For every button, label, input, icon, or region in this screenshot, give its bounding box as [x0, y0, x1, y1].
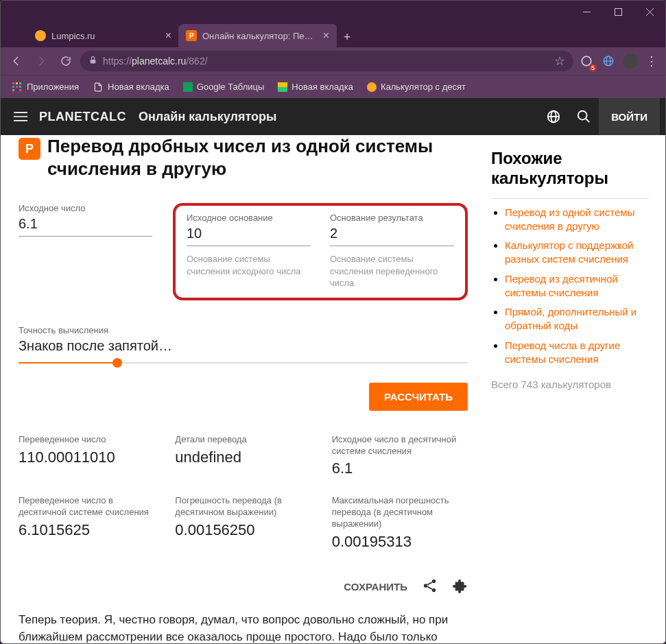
field-label: Основание результата [330, 213, 454, 223]
page-title: Перевод дробных чисел из одной системы с… [47, 135, 468, 180]
svg-point-5 [582, 56, 591, 66]
divider [491, 198, 649, 199]
main-content: P Перевод дробных чисел из одной системы… [1, 135, 486, 644]
svg-line-30 [427, 586, 431, 589]
login-button[interactable]: ВОЙТИ [599, 98, 660, 135]
related-link[interactable]: Перевод числа в другие системы счисления [505, 339, 620, 365]
source-number-field[interactable]: Исходное число 6.1 [19, 203, 152, 237]
result-error: Погрешность перевода (в десятичном выраж… [175, 495, 311, 551]
image-icon [278, 82, 287, 92]
bookmark-label: Google Таблицы [197, 82, 265, 92]
calculate-button[interactable]: РАССЧИТАТЬ [369, 383, 468, 411]
field-value[interactable]: Знаков после запятой… [19, 338, 468, 358]
svg-rect-16 [16, 89, 18, 91]
bookmark-item[interactable]: Калькулятор с десят [363, 80, 470, 94]
bookmark-label: Приложения [27, 82, 79, 92]
result-max-error: Максимальная погрешность перевода (в дес… [332, 495, 468, 551]
new-tab-button[interactable]: + [337, 27, 357, 47]
tab-title: Lumpics.ru [51, 31, 160, 41]
bookmark-item[interactable]: Новая вкладка [88, 80, 174, 95]
related-link[interactable]: Перевод из десятичной системы счисления [505, 273, 618, 298]
globe-extension-icon[interactable] [599, 52, 617, 70]
browser-tab[interactable]: Lumpics.ru × [28, 24, 179, 47]
result-source-decimal: Исходное число в десятичной системе счис… [332, 434, 468, 478]
result-label: Детали перевода [175, 434, 311, 446]
svg-rect-17 [19, 89, 21, 91]
menu-button[interactable] [6, 111, 35, 122]
extension-badge: 5 [589, 64, 597, 71]
precision-field[interactable]: Точность вычисления Знаков после запятой… [19, 325, 468, 363]
site-appbar: PLANETCALC Онлайн калькуляторы ВОЙТИ [1, 98, 665, 135]
tab-close-icon[interactable]: × [165, 29, 171, 42]
browser-tab[interactable]: P Онлайн калькулятор: Перевод д × [179, 24, 337, 47]
field-value[interactable]: 2 [330, 226, 454, 246]
target-base-field[interactable]: Основание результата 2 Основание системы… [330, 213, 454, 289]
calculator-icon: P [19, 138, 40, 160]
star-icon[interactable]: ☆ [554, 53, 565, 69]
result-label: Исходное число в десятичной системе счис… [332, 434, 468, 457]
result-converted-number: Переведенное число110.00011010 [19, 434, 154, 478]
sidebar-title: Похожие калькуляторы [491, 149, 649, 189]
site-subtitle[interactable]: Онлайн калькуляторы [139, 110, 276, 124]
share-icon[interactable] [423, 578, 438, 595]
theory-text: Теперь теория. Я, честно говоря, думал, … [19, 612, 468, 644]
svg-rect-9 [12, 82, 14, 84]
browser-tab-strip: Lumpics.ru × P Онлайн калькулятор: Перев… [1, 23, 665, 47]
svg-line-29 [427, 582, 431, 585]
svg-point-24 [578, 111, 587, 120]
search-button[interactable] [569, 102, 599, 132]
browser-menu-icon[interactable]: ⋮ [643, 53, 660, 69]
bookmark-label: Новая вкладка [108, 82, 169, 92]
window-close[interactable] [634, 1, 665, 23]
profile-avatar[interactable] [621, 52, 639, 70]
result-value: 6.1 [332, 460, 468, 477]
lock-icon [88, 56, 97, 67]
forward-button[interactable] [31, 51, 51, 71]
result-details: Детали переводаundefined [175, 434, 311, 478]
bookmark-item[interactable]: Новая вкладка [274, 80, 357, 94]
back-button[interactable] [6, 51, 27, 71]
related-link[interactable]: Перевод из одной системы счисления в дру… [505, 206, 634, 232]
svg-point-27 [432, 580, 436, 584]
result-label: Переведенное число в десятичной системе … [19, 495, 154, 518]
slider-knob[interactable] [112, 358, 122, 368]
actions-row: СОХРАНИТЬ [19, 578, 468, 595]
result-value: 6.1015625 [19, 521, 154, 539]
browser-toolbar: https://planetcalc.ru/862/ ☆ 5 ⋮ [1, 47, 665, 75]
bookmark-item[interactable]: Google Таблицы [179, 80, 269, 94]
bookmark-apps[interactable]: Приложения [8, 80, 83, 95]
svg-point-28 [432, 588, 436, 593]
address-bar[interactable]: https://planetcalc.ru/862/ ☆ [80, 51, 573, 71]
window-minimize[interactable] [571, 1, 602, 23]
favicon [35, 30, 46, 41]
svg-rect-13 [16, 86, 18, 88]
field-value[interactable]: 10 [187, 226, 311, 246]
svg-rect-10 [16, 82, 18, 84]
svg-rect-15 [12, 89, 14, 91]
source-base-field[interactable]: Исходное основание 10 Основание системы … [187, 213, 311, 289]
field-label: Исходное число [19, 203, 152, 213]
bookmarks-bar: Приложения Новая вкладка Google Таблицы … [1, 75, 665, 98]
window-maximize[interactable] [602, 1, 634, 23]
field-value[interactable]: 6.1 [19, 216, 152, 237]
result-value: 0.00195313 [332, 533, 468, 551]
site-brand[interactable]: PLANETCALC [39, 110, 126, 124]
related-link[interactable]: Калькулятор с поддержкой разных систем с… [505, 239, 633, 265]
precision-slider[interactable] [19, 362, 468, 363]
svg-rect-4 [91, 60, 96, 63]
tab-title: Онлайн калькулятор: Перевод д [202, 31, 318, 41]
file-icon [93, 82, 104, 93]
save-button[interactable]: СОХРАНИТЬ [344, 581, 407, 593]
svg-point-26 [424, 584, 428, 588]
svg-line-25 [586, 119, 590, 123]
bookmark-label: Новая вкладка [292, 82, 353, 92]
reload-button[interactable] [56, 51, 76, 71]
extension-puzzle-icon[interactable] [453, 578, 468, 595]
tab-close-icon[interactable]: × [323, 29, 329, 42]
related-link[interactable]: Прямой, дополнительный и обратный коды [505, 306, 637, 331]
extension-icon[interactable]: 5 [578, 52, 595, 70]
field-help: Основание системы счисления исходного чи… [187, 253, 311, 277]
related-list: Перевод из одной системы счисления в дру… [491, 206, 649, 367]
language-button[interactable] [538, 102, 569, 132]
highlighted-box: Исходное основание 10 Основание системы … [173, 203, 468, 300]
